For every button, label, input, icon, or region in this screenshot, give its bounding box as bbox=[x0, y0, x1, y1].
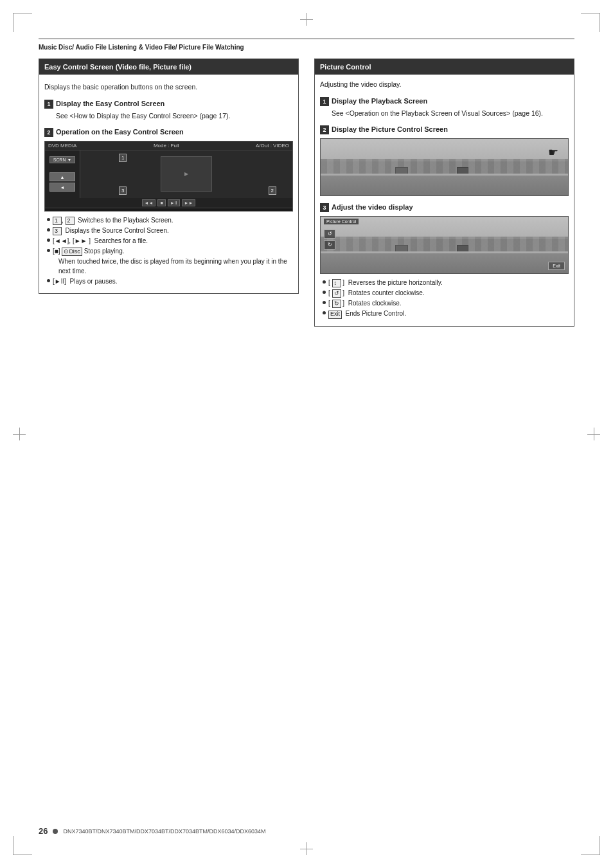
screen-top-center: Mode : Full bbox=[154, 143, 179, 149]
control-item-12: 1, 2 Switches to the Playback Screen. bbox=[44, 215, 293, 225]
nav-left-icon: ◄ bbox=[60, 185, 65, 190]
key-1: 1 bbox=[53, 217, 62, 225]
screen-bottom-bar: DVD MEDIA Folder 999 999 P 0:00:0 bbox=[45, 208, 292, 212]
nav-up-icon: ▲ bbox=[60, 175, 65, 179]
page-models: DNX7340BT/DNX7340BTM/DDX7034BT/DDX7034BT… bbox=[63, 828, 265, 835]
pic-step-3-title: Adjust the video display bbox=[332, 203, 413, 211]
bullet-search bbox=[47, 239, 50, 242]
barrier-1 bbox=[321, 174, 568, 176]
barrier-2 bbox=[321, 251, 568, 253]
pic-step-3-label: 3 Adjust the video display bbox=[320, 203, 569, 212]
page-footer: 26 DNX7340BT/DNX7340BTM/DDX7034BT/DDX703… bbox=[39, 826, 574, 836]
picture-control-label: Picture Control bbox=[324, 219, 359, 224]
picture-controls-list: [ ↕ ] Reverses the picture horizontally.… bbox=[320, 278, 569, 319]
control-item-play: [►II] Plays or pauses. bbox=[44, 276, 293, 286]
picture-control-section: Picture Control Adjusting the video disp… bbox=[314, 59, 574, 327]
road-area-1 bbox=[321, 176, 568, 195]
screen-bottom-left: DVD MEDIA bbox=[48, 211, 73, 212]
bullet-ccw bbox=[323, 291, 326, 294]
step-2-label: 2 Operation on the Easy Control Screen bbox=[44, 127, 293, 137]
pic-step-1-body: See <Operation on the Playback Screen of… bbox=[320, 109, 569, 118]
easy-control-body: Displays the basic operation buttons on … bbox=[39, 75, 298, 293]
content-columns: Easy Control Screen (Video file, Picture… bbox=[39, 59, 574, 336]
pic-control-desc-exit: Exit Ends Picture Control. bbox=[328, 309, 406, 318]
pic-step-1-label: 1 Display the Playback Screen bbox=[320, 96, 569, 106]
bullet-exit bbox=[323, 311, 326, 314]
picture-control-intro: Adjusting the video display. bbox=[320, 80, 569, 89]
overlay-1: 1 bbox=[119, 154, 127, 162]
flip-icon: ↕ bbox=[332, 279, 341, 287]
page-circle-bullet bbox=[53, 829, 58, 834]
control-desc-12: 1, 2 Switches to the Playback Screen. bbox=[53, 215, 173, 225]
screen-mockup: DVD MEDIA Mode : Full A/Out : VIDEO SCRN… bbox=[44, 141, 293, 212]
control-item-stop-sub: When touched twice, the disc is played f… bbox=[44, 257, 293, 276]
rotate-ccw-icon: ↺ bbox=[324, 230, 335, 239]
easy-control-intro: Displays the basic operation buttons on … bbox=[44, 82, 293, 92]
pic-control-desc-ccw: [ ↺ ] Rotates counter clockwise. bbox=[328, 288, 425, 298]
pic-control-desc-flip: [ ↕ ] Reverses the picture horizontally. bbox=[328, 278, 443, 287]
screen-video-inner: ▶ bbox=[161, 156, 212, 192]
screen-top-bar: DVD MEDIA Mode : Full A/Out : VIDEO bbox=[45, 141, 292, 150]
screen-bottom-folder: Folder 999 bbox=[130, 211, 151, 212]
left-column: Easy Control Screen (Video file, Picture… bbox=[39, 59, 299, 336]
ctrl-play: ►II bbox=[168, 199, 180, 206]
road-scene-image-1: ☛ bbox=[320, 138, 569, 196]
video-placeholder: ▶ bbox=[184, 171, 188, 177]
picture-control-header: Picture Control bbox=[315, 59, 574, 75]
pic-control-item-cw: [ ↻ ] Rotates clockwise. bbox=[320, 298, 569, 308]
exit-button[interactable]: Exit bbox=[548, 262, 565, 270]
screen-top-right: A/Out : VIDEO bbox=[256, 143, 289, 149]
road-scene-image-2: Picture Control ↺ ↻ Exit bbox=[320, 216, 569, 274]
page-header: Music Disc/ Audio File Listening & Video… bbox=[39, 39, 574, 51]
pic-step-2-title: Display the Picture Control Screen bbox=[332, 125, 448, 133]
pic-control-item-exit: Exit Ends Picture Control. bbox=[320, 309, 569, 318]
screen-top-left: DVD MEDIA bbox=[48, 143, 76, 149]
ccw-icon: ↺ bbox=[332, 289, 341, 298]
easy-control-section: Easy Control Screen (Video file, Picture… bbox=[39, 59, 299, 294]
pic-control-desc-cw: [ ↻ ] Rotates clockwise. bbox=[328, 298, 401, 308]
screen-controls-row: ◄◄ ■ ►II ►► bbox=[45, 198, 292, 208]
pic-step-3-num: 3 bbox=[320, 203, 329, 212]
step-1-body: See <How to Display the Easy Control Scr… bbox=[44, 111, 293, 121]
bullet-cw bbox=[323, 301, 326, 304]
hand-cursor-icon: ☛ bbox=[548, 145, 558, 159]
step-1-title: Display the Easy Control Screen bbox=[56, 100, 164, 107]
road-area-2 bbox=[321, 253, 568, 273]
step-1-label: 1 Display the Easy Control Screen bbox=[44, 99, 293, 109]
control-item-3: 3 Displays the Source Control Screen. bbox=[44, 226, 293, 235]
rotate-cw-icon: ↻ bbox=[324, 240, 335, 249]
bullet-12 bbox=[47, 218, 50, 221]
pic-step-2-num: 2 bbox=[320, 125, 329, 134]
pic-step-2-label: 2 Display the Picture Control Screen bbox=[320, 125, 569, 134]
easy-control-header: Easy Control Screen (Video file, Picture… bbox=[39, 59, 298, 75]
right-column: Picture Control Adjusting the video disp… bbox=[314, 59, 574, 336]
ctrl-next: ►► bbox=[182, 199, 196, 206]
control-item-stop: [■] ⊙Disc Stops playing. bbox=[44, 246, 293, 256]
pic-control-item-ccw: [ ↺ ] Rotates counter clockwise. bbox=[320, 288, 569, 298]
disc-btn: ⊙Disc bbox=[62, 248, 82, 256]
page-number: 26 bbox=[39, 826, 48, 836]
key-2: 2 bbox=[66, 217, 75, 225]
picture-control-body: Adjusting the video display. 1 Display t… bbox=[315, 75, 574, 325]
bullet-3 bbox=[47, 228, 50, 231]
cw-icon: ↻ bbox=[332, 300, 341, 308]
bullet-flip bbox=[323, 280, 326, 284]
controls-list: 1, 2 Switches to the Playback Screen. 3 … bbox=[44, 215, 293, 287]
exit-key: Exit bbox=[328, 311, 342, 319]
pic-control-item-flip: [ ↕ ] Reverses the picture horizontally. bbox=[320, 278, 569, 287]
control-desc-3: 3 Displays the Source Control Screen. bbox=[53, 226, 169, 235]
step-2-title: Operation on the Easy Control Screen bbox=[56, 128, 184, 136]
left-control-icons: ↺ ↻ bbox=[324, 230, 335, 249]
control-desc-stop-sub: When touched twice, the disc is played f… bbox=[58, 257, 293, 276]
control-desc-search: [◄◄], [►► ] Searches for a file. bbox=[53, 236, 148, 246]
pic-step-1-title: Display the Playback Screen bbox=[332, 97, 427, 105]
screen-bottom-track: 999 bbox=[208, 211, 216, 212]
pic-step-1-num: 1 bbox=[320, 97, 329, 106]
bullet-play bbox=[47, 279, 50, 282]
overlay-2: 2 bbox=[269, 186, 276, 195]
step-2-num: 2 bbox=[44, 128, 53, 137]
bullet-stop bbox=[47, 249, 50, 252]
screen-video-area: ▶ 1 2 3 bbox=[80, 150, 292, 198]
step-1-num: 1 bbox=[44, 100, 53, 109]
screen-left-panel: SCRN ▼ ▲ ◄ bbox=[45, 150, 80, 198]
